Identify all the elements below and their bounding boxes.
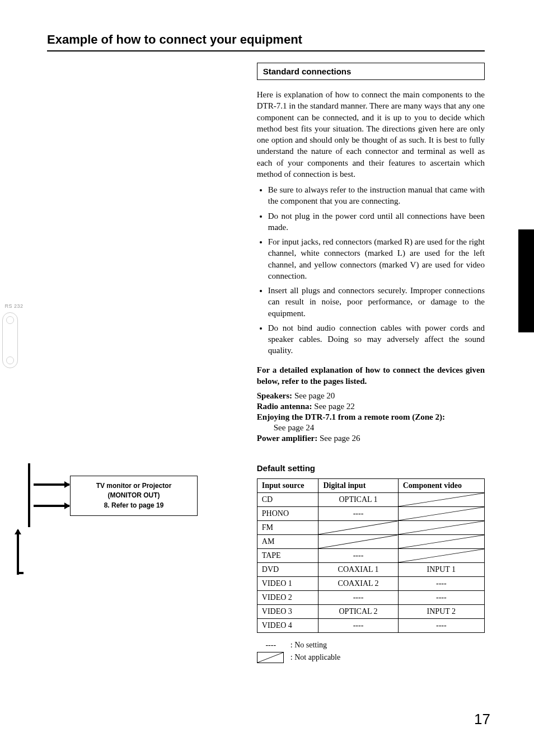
- rs232-label: RS 232: [0, 303, 28, 309]
- table-header-cell: Component video: [398, 479, 484, 493]
- ref-radio: Radio antenna: See page 22: [257, 402, 485, 411]
- table-row: VIDEO 4--------: [257, 619, 484, 633]
- tv-box-line1: TV monitor or Projector: [96, 481, 172, 491]
- table-cell: [398, 507, 484, 521]
- ref-label: Radio antenna:: [257, 402, 312, 411]
- ref-value: See page 20: [292, 391, 335, 400]
- table-row: DVDCOAXIAL 1INPUT 1: [257, 563, 484, 577]
- table-header-row: Input sourceDigital inputComponent video: [257, 479, 484, 493]
- right-column: Standard connections Here is explanation…: [247, 63, 485, 665]
- bullet-list: Be sure to always refer to the instructi…: [257, 184, 485, 356]
- table-header-cell: Digital input: [318, 479, 398, 493]
- ref-speakers: Speakers: See page 20: [257, 391, 485, 401]
- table-cell: COAXIAL 2: [318, 577, 398, 591]
- table-cell: [398, 493, 484, 507]
- svg-line-0: [399, 493, 484, 506]
- table-cell: ----: [398, 577, 484, 591]
- rs232-port-diagram: RS 232: [0, 303, 28, 368]
- table-row: VIDEO 2--------: [257, 591, 484, 605]
- ref-label: Power amplifier:: [257, 434, 317, 443]
- table-header-cell: Input source: [257, 479, 318, 493]
- default-setting-table: Input sourceDigital inputComponent video…: [257, 478, 485, 633]
- table-cell: [318, 535, 398, 549]
- tv-box-line2: (MONITOR OUT): [96, 491, 172, 500]
- list-item: Do not bind audio connection cables with…: [268, 322, 485, 356]
- list-item: Be sure to always refer to the instructi…: [268, 184, 485, 207]
- list-item: For input jacks, red connectors (marked …: [268, 236, 485, 281]
- table-row: AM: [257, 535, 484, 549]
- intro-paragraph: Here is explanation of how to connect th…: [257, 89, 485, 180]
- table-cell: OPTICAL 1: [318, 493, 398, 507]
- ref-value: See page 26: [317, 434, 360, 443]
- table-row: FM: [257, 521, 484, 535]
- ref-label: Enjoying the DTR-7.1 from a remote room …: [257, 412, 445, 421]
- title-rule: [47, 50, 485, 51]
- table-cell-source: TAPE: [257, 549, 318, 563]
- ref-value: See page 22: [312, 402, 355, 411]
- table-cell: INPUT 1: [398, 563, 484, 577]
- table-cell-source: VIDEO 3: [257, 605, 318, 619]
- table-cell-source: PHONO: [257, 507, 318, 521]
- standard-connections-heading: Standard connections: [257, 63, 485, 80]
- rs232-connector-icon: [2, 312, 18, 368]
- table-row: VIDEO 3OPTICAL 2INPUT 2: [257, 605, 484, 619]
- arrow-icon: [34, 505, 69, 507]
- legend-dashes-text: : No setting: [291, 641, 327, 650]
- table-cell-source: VIDEO 1: [257, 577, 318, 591]
- table-cell-source: VIDEO 2: [257, 591, 318, 605]
- page-number: 17: [474, 711, 490, 728]
- legend-row-nosetting: ---- : No setting: [257, 641, 485, 650]
- svg-line-3: [399, 521, 484, 534]
- table-cell: ----: [318, 591, 398, 605]
- tv-box-line3: 8. Refer to page 19: [96, 501, 172, 510]
- table-legend: ---- : No setting : Not applicable: [257, 641, 485, 663]
- svg-line-2: [318, 521, 397, 534]
- table-cell-source: FM: [257, 521, 318, 535]
- legend-row-notapplicable: : Not applicable: [257, 652, 485, 663]
- svg-line-1: [399, 507, 484, 520]
- ref-label: Speakers:: [257, 391, 292, 400]
- schematic-line: [17, 530, 19, 575]
- tv-monitor-box: TV monitor or Projector (MONITOR OUT) 8.…: [70, 476, 198, 516]
- ref-zone2-page: See page 24: [257, 423, 485, 433]
- svg-line-6: [399, 549, 484, 562]
- table-cell: OPTICAL 2: [318, 605, 398, 619]
- table-cell: [398, 549, 484, 563]
- default-setting-heading: Default setting: [257, 463, 485, 473]
- detailed-note: For a detailed explanation of how to con…: [257, 364, 485, 387]
- table-cell-source: VIDEO 4: [257, 619, 318, 633]
- legend-na-symbol: [257, 652, 284, 663]
- schematic-line: [28, 463, 30, 527]
- table-cell: [398, 521, 484, 535]
- section-thumb-tab: [518, 229, 534, 332]
- table-cell-source: AM: [257, 535, 318, 549]
- table-row: TAPE----: [257, 549, 484, 563]
- page-title: Example of how to connect your equipment: [47, 32, 485, 47]
- table-cell: ----: [318, 619, 398, 633]
- legend-na-text: : Not applicable: [291, 653, 340, 662]
- table-cell: ----: [318, 507, 398, 521]
- legend-dashes-symbol: ----: [257, 641, 285, 650]
- table-cell: ----: [318, 549, 398, 563]
- ref-zone2: Enjoying the DTR-7.1 from a remote room …: [257, 412, 485, 422]
- svg-line-4: [318, 535, 397, 548]
- table-cell: ----: [398, 591, 484, 605]
- list-item: Do not plug in the power cord until all …: [268, 210, 485, 233]
- table-cell: ----: [398, 619, 484, 633]
- left-column: RS 232 TV monitor or Projector (MONITOR …: [0, 63, 247, 665]
- table-row: CDOPTICAL 1: [257, 493, 484, 507]
- table-cell: INPUT 2: [398, 605, 484, 619]
- table-cell: [318, 521, 398, 535]
- ref-power: Power amplifier: See page 26: [257, 434, 485, 443]
- manual-page: Example of how to connect your equipment…: [0, 0, 534, 756]
- table-row: VIDEO 1COAXIAL 2----: [257, 577, 484, 591]
- list-item: Insert all plugs and connectors securely…: [268, 285, 485, 319]
- table-cell: [398, 535, 484, 549]
- schematic-line: [17, 572, 24, 574]
- table-cell: COAXIAL 1: [318, 563, 398, 577]
- table-row: PHONO----: [257, 507, 484, 521]
- arrow-icon: [34, 483, 69, 486]
- table-body: CDOPTICAL 1PHONO----FMAMTAPE----DVDCOAXI…: [257, 493, 484, 633]
- svg-line-5: [399, 535, 484, 548]
- svg-line-7: [257, 652, 283, 663]
